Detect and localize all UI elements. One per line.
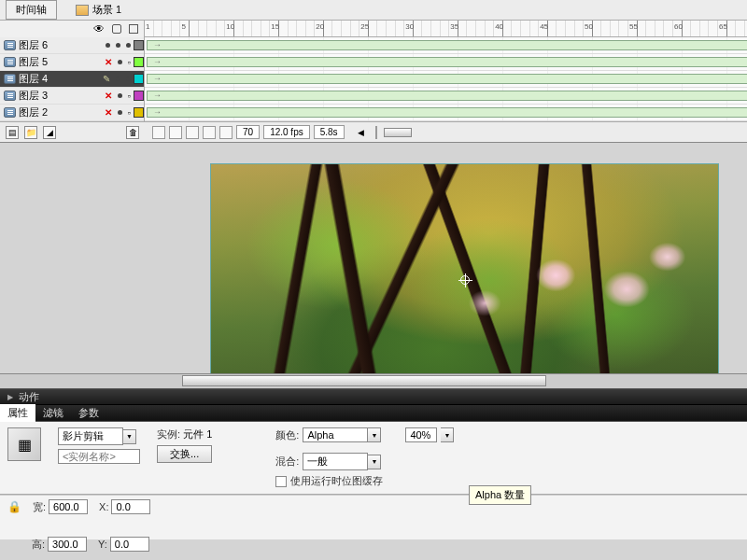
scene-text: 场景 1 (92, 3, 121, 17)
instance-type-select[interactable]: 影片剪辑 (58, 427, 123, 445)
frame-rate: 12.0 fps (263, 125, 310, 139)
new-layer-button[interactable]: ▤ (6, 126, 19, 139)
dot-icon[interactable] (118, 110, 122, 115)
chevron-down-icon[interactable]: ▼ (368, 455, 381, 469)
layer-row[interactable]: 图层 5 ✕ ▫ (0, 54, 144, 71)
layer-color-chip[interactable] (134, 107, 144, 118)
layer-name-label: 图层 5 (19, 55, 102, 69)
new-guide-button[interactable]: ◢ (43, 126, 56, 139)
stage-hscroll[interactable] (0, 373, 747, 388)
tab-properties[interactable]: 属性 (0, 404, 35, 422)
layer-icon (4, 74, 16, 84)
lock-aspect-icon[interactable]: 🔒 (7, 500, 21, 513)
chevron-down-icon[interactable]: ▼ (441, 427, 454, 442)
blend-mode-select[interactable]: 一般 (303, 453, 368, 470)
onion-marker-icon[interactable] (219, 126, 233, 139)
timeline-track[interactable] (145, 71, 747, 88)
tween-span[interactable] (147, 107, 747, 118)
x-lock-icon[interactable]: ✕ (105, 57, 112, 67)
blend-label: 混合: (275, 455, 299, 469)
edit-multiple-icon[interactable] (203, 126, 216, 139)
dot-icon[interactable] (118, 60, 122, 64)
layer-color-chip[interactable] (134, 57, 144, 67)
timeline-track[interactable] (145, 54, 747, 71)
instance-value: 元件 1 (183, 428, 212, 440)
stage-hscroll-thumb[interactable] (182, 375, 546, 386)
cache-bitmap-label: 使用运行时位图缓存 (290, 474, 383, 488)
dot-icon[interactable] (118, 93, 122, 98)
height-input[interactable] (48, 537, 87, 552)
layer-row[interactable]: 图层 4 ✎ (0, 71, 144, 88)
timeline-track[interactable] (145, 37, 747, 54)
pencil-icon[interactable]: ✎ (103, 74, 110, 84)
layer-color-chip[interactable] (134, 40, 144, 50)
tab-filters[interactable]: 滤镜 (35, 404, 71, 422)
timeline-hscroll[interactable] (375, 126, 377, 139)
timeline-hscroll-thumb[interactable] (384, 128, 412, 137)
instance-name-input[interactable] (58, 449, 140, 464)
color-mode-select[interactable]: Alpha (303, 427, 368, 442)
current-frame: 70 (236, 125, 260, 139)
x-lock-icon[interactable]: ✕ (105, 107, 112, 118)
layer-color-chip[interactable] (134, 91, 144, 101)
layer-color-chip[interactable] (134, 74, 144, 84)
tween-span[interactable] (147, 74, 747, 84)
y-input[interactable] (110, 537, 149, 552)
delete-layer-button[interactable]: 🗑 (126, 126, 139, 139)
instance-thumbnail: ▦ (7, 427, 41, 461)
cache-bitmap-checkbox[interactable] (275, 476, 287, 487)
center-point-icon (460, 275, 470, 285)
visibility-icon[interactable]: 👁 (93, 22, 105, 35)
tween-span[interactable] (147, 91, 747, 101)
layer-icon (4, 57, 16, 67)
dot-icon[interactable] (116, 77, 120, 81)
center-frame-icon[interactable] (152, 126, 165, 139)
color-label: 颜色: (275, 428, 299, 442)
timeline-track[interactable] (145, 105, 747, 121)
doc-icon[interactable]: ▫ (128, 108, 131, 118)
dot-icon[interactable] (126, 43, 131, 48)
movieclip-instance[interactable] (211, 164, 718, 388)
instance-label: 实例: (157, 428, 180, 440)
timeline-track[interactable] (145, 88, 747, 105)
y-label: Y: (98, 539, 107, 550)
doc-icon[interactable]: ▫ (128, 91, 131, 101)
timeline-ruler[interactable]: 1510152025303540455055606570758085 (145, 21, 747, 37)
doc-icon[interactable]: ▫ (128, 58, 131, 67)
chevron-down-icon[interactable]: ▼ (123, 429, 136, 444)
tween-span[interactable] (147, 40, 747, 50)
x-lock-icon[interactable]: ✕ (105, 91, 112, 101)
tab-params[interactable]: 参数 (71, 404, 106, 422)
outline-icon[interactable] (129, 24, 138, 34)
layer-row[interactable]: 图层 3 ✕ ▫ (0, 88, 144, 105)
elapsed-time: 5.8s (314, 125, 345, 139)
chevron-down-icon[interactable]: ▼ (368, 427, 381, 442)
layer-row[interactable]: 图层 6 (0, 37, 144, 54)
scroll-left-icon[interactable]: ◀ (358, 128, 364, 137)
disclosure-icon[interactable]: ▶ (7, 393, 13, 401)
swap-button[interactable]: 交换... (157, 445, 212, 463)
height-label: 高: (32, 538, 45, 552)
dot-icon[interactable] (106, 43, 110, 48)
x-label: X: (99, 501, 108, 512)
width-input[interactable] (49, 499, 88, 514)
scene-label[interactable]: 场景 1 (76, 3, 121, 17)
onion-skin-icon[interactable] (169, 126, 182, 139)
x-input[interactable] (111, 499, 150, 514)
width-label: 宽: (33, 500, 46, 514)
stage-canvas[interactable]: + (210, 163, 719, 388)
layer-icon (4, 107, 16, 118)
layer-name-label: 图层 6 (19, 38, 103, 52)
layer-row[interactable]: 图层 2 ✕ ▫ (0, 105, 144, 121)
dot-icon[interactable] (126, 77, 131, 81)
layer-icon (4, 40, 16, 50)
tween-span[interactable] (147, 57, 747, 67)
dot-icon[interactable] (116, 43, 120, 48)
tab-timeline[interactable]: 时间轴 (6, 0, 57, 20)
alpha-value-input[interactable]: 40% (405, 427, 437, 442)
lock-icon[interactable] (112, 24, 121, 34)
layer-name-label: 图层 2 (19, 105, 102, 119)
new-folder-button[interactable]: 📁 (24, 126, 37, 139)
actions-panel-title[interactable]: 动作 (19, 390, 39, 404)
onion-outline-icon[interactable] (186, 126, 199, 139)
